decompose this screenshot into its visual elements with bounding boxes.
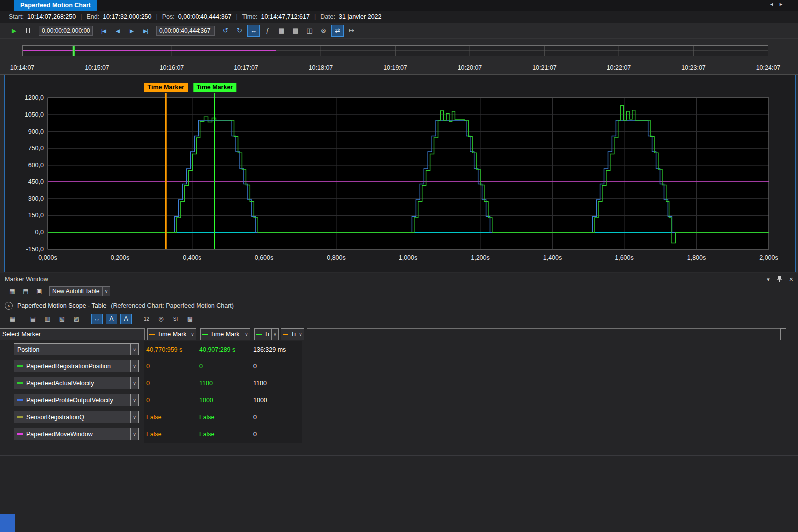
svg-text:-150,0: -150,0 (26, 246, 44, 253)
new-autofill-table-dropdown[interactable]: New Autofill Table ∨ (49, 286, 110, 296)
status-label: Time: (242, 13, 258, 20)
header-filler (307, 328, 780, 340)
marker-value: False (200, 414, 253, 421)
svg-text:0,800s: 0,800s (327, 254, 346, 261)
pan-sync-button[interactable]: ⇄ (331, 25, 344, 37)
pause-icon (26, 28, 30, 33)
tab-title: Paperfeed Motion Chart (20, 2, 91, 9)
table-row: Position∨40,770:959 s40,907:289 s136:329… (0, 343, 798, 355)
table-layout-icon[interactable]: ▤ (27, 314, 39, 324)
overview-tick-label: 10:19:07 (383, 64, 407, 71)
svg-text:0,0: 0,0 (35, 229, 44, 236)
copy-markers-icon[interactable]: ▦ (7, 286, 18, 296)
grid-icon[interactable]: ▩ (184, 314, 196, 324)
export-data-button[interactable]: ▤ (289, 25, 302, 37)
step-back-button[interactable]: ◀ (111, 25, 124, 37)
svg-text:300,0: 300,0 (28, 195, 44, 202)
copy-table-icon[interactable]: ▦ (7, 314, 18, 324)
channel-select-3[interactable]: PaperfeedActualVelocity∨ (14, 377, 139, 389)
time-marker-label-1[interactable]: Time Marker (144, 83, 188, 92)
pin-icon[interactable] (777, 276, 782, 283)
marker-track-icon[interactable]: ↔ (91, 314, 103, 324)
tab-paperfeed-motion-chart[interactable]: Paperfeed Motion Chart (14, 0, 97, 11)
playback-position-input[interactable] (156, 26, 215, 36)
status-value: 10:14:07,268:250 (27, 13, 76, 20)
function-button[interactable]: ƒ (261, 25, 274, 37)
play-icon: ▶ (12, 27, 16, 34)
collapse-icon[interactable]: ∧ (5, 302, 13, 310)
skip-start-icon: |◀ (101, 28, 106, 34)
table-row: SensorRegistrationQ∨FalseFalse0 (0, 411, 798, 423)
status-separator: | (314, 13, 316, 20)
overview-strip[interactable] (22, 45, 768, 56)
chart-table-button[interactable]: ▦ (275, 25, 288, 37)
tab-scroll-left-icon[interactable]: ◄ (769, 2, 774, 7)
show-names-icon[interactable]: A (106, 314, 117, 324)
channel-select-5[interactable]: SensorRegistrationQ∨ (14, 411, 139, 423)
play-button[interactable]: ▶ (8, 25, 20, 37)
marker-value: 136:329 ms (253, 346, 301, 353)
marker-value: 0 (253, 363, 301, 370)
marker-window-titlebar: Marker Window ▾ × (0, 273, 798, 285)
marker-column-header-4[interactable]: Ti∨ (281, 328, 304, 340)
toolbar-buttons: ↺↻↔ƒ▦▤◫⊗⇄↦ (219, 25, 358, 37)
export-button[interactable]: ↦ (345, 25, 358, 37)
overview-tick-label: 10:22:07 (607, 64, 631, 71)
marker-column-label: Ti (264, 331, 269, 338)
playback-duration-input[interactable] (39, 26, 93, 36)
step-forward-button[interactable]: ▶ (125, 25, 138, 37)
motion-chart-svg[interactable]: 0,000s0,200s0,400s0,600s0,800s1,000s1,20… (5, 75, 795, 272)
status-label: End: (86, 13, 99, 20)
window-menu-icon[interactable]: ▾ (767, 276, 770, 283)
marker-value: 1000 (200, 397, 253, 404)
overview-time-axis: 10:14:0710:15:0710:16:0710:17:0710:18:07… (0, 64, 798, 72)
scope-reference: (Referenced Chart: Paperfeed Motion Char… (111, 302, 234, 309)
table-export-icon[interactable]: ▨ (71, 314, 82, 324)
undo-zoom-button[interactable]: ↺ (219, 25, 232, 37)
settings-button[interactable]: ◫ (303, 25, 316, 37)
skip-end-button[interactable]: ▶| (139, 25, 152, 37)
copy-image-icon[interactable]: ▣ (34, 286, 45, 296)
corner-accent (0, 514, 15, 532)
cursor-sync-button[interactable]: ↔ (247, 25, 260, 37)
status-label: Start: (9, 13, 24, 20)
skip-start-button[interactable]: |◀ (97, 25, 110, 37)
marker-column-label: Time Mark (210, 331, 240, 338)
marker-color-dash (149, 334, 155, 335)
marker-color-dash (283, 334, 288, 335)
show-values-icon[interactable]: A (120, 314, 132, 324)
channel-select-4[interactable]: PaperfeedProfileOutputVelocity∨ (14, 394, 139, 406)
tab-scroll-right-icon[interactable]: ► (779, 2, 783, 7)
absolute-time-icon[interactable]: ◎ (155, 314, 167, 324)
scope-header: ∧ Paperfeed Motion Scope - Table (Refere… (0, 299, 798, 312)
decimal-places-icon[interactable]: 12 (141, 314, 152, 324)
zoom-reset-button[interactable]: ⊗ (317, 25, 330, 37)
redo-zoom-button[interactable]: ↻ (233, 25, 246, 37)
close-icon[interactable]: × (789, 275, 793, 283)
overview-tick-label: 10:17:07 (234, 64, 258, 71)
chevron-down-icon: ∨ (102, 287, 110, 296)
chevron-down-icon: ∨ (130, 360, 138, 372)
channel-select-2[interactable]: PaperfeedRegistrationPosition∨ (14, 360, 139, 372)
time-marker-label-2[interactable]: Time Marker (193, 83, 236, 92)
svg-text:2,000s: 2,000s (759, 254, 778, 261)
channel-name: PaperfeedProfileOutputVelocity (26, 397, 113, 404)
tab-bar: Paperfeed Motion Chart ◄ ► (0, 0, 798, 11)
pause-button[interactable] (22, 25, 34, 37)
status-bar: Start:10:14:07,268:250|End:10:17:32,000:… (0, 11, 798, 23)
marker-column-header-1[interactable]: Time Mark∨ (147, 328, 196, 340)
marker-color-dash (256, 334, 262, 335)
marker-column-header-2[interactable]: Time Mark∨ (200, 328, 250, 340)
lower-separator (0, 455, 798, 456)
channel-select-6[interactable]: PaperfeedMoveWindow∨ (14, 428, 139, 440)
marker-value: 0 (253, 414, 301, 421)
marker-value: 1100 (200, 380, 253, 387)
table-columns-icon[interactable]: ▥ (42, 314, 53, 324)
channel-select-1[interactable]: Position∨ (14, 343, 139, 355)
si-units-icon[interactable]: SI (170, 314, 181, 324)
scope-application: Paperfeed Motion Chart ◄ ► Start:10:14:0… (0, 0, 798, 532)
copy-table-icon[interactable]: ▤ (20, 286, 31, 296)
table-row: PaperfeedMoveWindow∨FalseFalse0 (0, 428, 798, 440)
marker-column-header-3[interactable]: Ti∨ (254, 328, 279, 340)
table-rows-icon[interactable]: ▧ (56, 314, 68, 324)
